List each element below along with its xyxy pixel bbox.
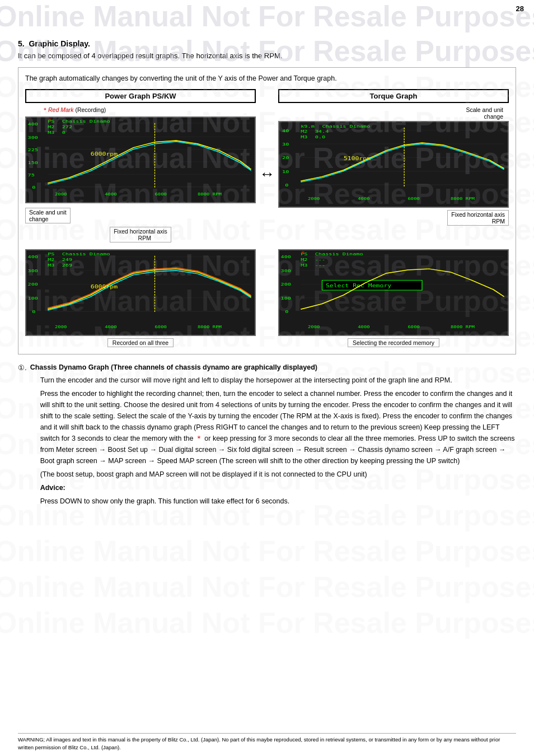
main-content: 5. Graphic Display. It can be composed o… — [0, 0, 534, 526]
bottom-left-svg: 400 300 200 100 0 PS Chassis Dinamo M2 2… — [26, 250, 255, 335]
para-advice: Press DOWN to show only the graph. This … — [40, 496, 516, 507]
svg-text:8000 RPM: 8000 RPM — [198, 193, 222, 197]
svg-text:Select Rec Memory: Select Rec Memory — [326, 283, 391, 288]
svg-text:6000rpm: 6000rpm — [91, 152, 118, 157]
svg-text:M2: M2 — [301, 129, 307, 134]
fixed-axis-label-right: Fixed horizontal axisRPM — [447, 210, 509, 226]
svg-text:269: 269 — [62, 263, 72, 268]
svg-text:30: 30 — [282, 142, 289, 147]
fixed-axis-label-left: Fixed horizontal axis RPM — [110, 227, 171, 242]
svg-text:225: 225 — [28, 148, 38, 153]
svg-text:4000: 4000 — [105, 325, 117, 330]
scale-unit-change-label-left: Scale and unitchange — [25, 208, 71, 223]
svg-text:2000: 2000 — [308, 325, 320, 330]
svg-text:M2: M2 — [48, 258, 54, 263]
para-2: Press the encoder to highlight the recor… — [40, 388, 516, 466]
bottom-right-screen: 400 300 200 100 0 PS Chassis Dinamo * M2… — [278, 249, 509, 336]
footer-text: WARNING; All images and text in this man… — [18, 733, 516, 752]
scale-unit-annotation-right: Scale and unitchange — [466, 106, 503, 120]
bottom-graph-arrow — [256, 249, 278, 347]
svg-text:---: --- — [315, 263, 325, 268]
section-title: Graphic Display. — [29, 39, 90, 48]
torque-graph-title: Torque Graph — [278, 89, 509, 103]
svg-text:300: 300 — [281, 268, 291, 273]
svg-text:M3: M3 — [48, 130, 54, 136]
svg-text:4000: 4000 — [105, 193, 117, 197]
recorded-all-three-label: Recorded on all three — [107, 338, 174, 347]
svg-text:Chassis Dinamo: Chassis Dinamo — [322, 124, 371, 129]
svg-rect-49 — [26, 250, 255, 335]
svg-text:M3: M3 — [301, 135, 307, 140]
svg-text:150: 150 — [28, 160, 38, 165]
red-star-icon: ＊ — [42, 106, 48, 113]
svg-rect-26 — [279, 122, 508, 207]
svg-text:2000: 2000 — [55, 325, 67, 330]
bottom-left-screen: 400 300 200 100 0 PS Chassis Dinamo M2 2… — [25, 249, 256, 336]
svg-text:M3: M3 — [48, 263, 54, 268]
svg-rect-72 — [279, 250, 508, 335]
list-item-1-title: Chassis Dynamo Graph (Three channels of … — [30, 363, 317, 371]
svg-text:2000: 2000 — [308, 197, 320, 202]
list-num-1: ①. — [18, 362, 27, 374]
svg-text:34.4: 34.4 — [315, 129, 329, 134]
svg-text:M3: M3 — [301, 263, 307, 268]
svg-text:400: 400 — [28, 122, 38, 127]
svg-text:Chassis Dinamo: Chassis Dinamo — [315, 251, 363, 256]
power-graph-col: Power Graph PS/KW ＊Red Mark (Recording) — [25, 89, 256, 226]
svg-text:M2: M2 — [301, 258, 307, 263]
svg-text:0: 0 — [285, 309, 288, 314]
svg-text:100: 100 — [281, 296, 291, 301]
bottom-right-svg: 400 300 200 100 0 PS Chassis Dinamo * M2… — [279, 250, 508, 335]
body-section: ①. Chassis Dynamo Graph (Three channels … — [18, 362, 516, 508]
power-graph-svg: 400 300 225 150 75 0 PS Chassis Dinamo M… — [26, 118, 255, 202]
list-item-1: ①. Chassis Dynamo Graph (Three channels … — [18, 362, 516, 508]
svg-text:75: 75 — [28, 173, 35, 178]
svg-text:PS: PS — [48, 251, 54, 256]
top-graphs-row: Power Graph PS/KW ＊Red Mark (Recording) — [25, 89, 509, 226]
graph-box-intro: The graph automatically changes by conve… — [25, 73, 509, 84]
svg-text:10: 10 — [282, 169, 289, 174]
svg-text:M2: M2 — [48, 125, 54, 130]
svg-rect-0 — [26, 118, 255, 202]
section-header: 5. Graphic Display. — [18, 39, 516, 48]
svg-text:0: 0 — [285, 183, 288, 188]
svg-text:6000: 6000 — [408, 197, 420, 202]
graph-box: The graph automatically changes by conve… — [18, 67, 516, 355]
svg-text:*: * — [48, 118, 52, 124]
svg-text:300: 300 — [28, 268, 38, 273]
svg-text:100: 100 — [28, 296, 38, 301]
svg-text:6000: 6000 — [155, 193, 167, 197]
svg-text:Chassis Dinamo: Chassis Dinamo — [62, 119, 110, 124]
recording-label: (Recording) — [75, 106, 106, 113]
section-intro: It can be composed of 4 overlapped resul… — [18, 50, 516, 62]
svg-text:4000: 4000 — [358, 325, 370, 330]
svg-text:300: 300 — [28, 135, 38, 140]
torque-graph-col: Torque Graph Scale and unitchange — [278, 89, 509, 226]
svg-text:0: 0 — [32, 185, 35, 190]
svg-text:---: --- — [315, 258, 325, 263]
svg-text:8000 RPM: 8000 RPM — [451, 325, 475, 330]
svg-text:40: 40 — [282, 128, 289, 133]
svg-text:0: 0 — [32, 309, 35, 314]
svg-text:8000 RPM: 8000 RPM — [451, 197, 475, 202]
svg-text:2000: 2000 — [55, 193, 67, 197]
selecting-recorded-memory-label: Selecting the recorded memory — [348, 338, 439, 347]
svg-text:0: 0 — [62, 130, 65, 136]
svg-text:k9.m: k9.m — [301, 124, 315, 129]
advice-label: Advice: — [40, 482, 516, 493]
svg-text:Chassis Dinamo: Chassis Dinamo — [62, 251, 110, 256]
bottom-graphs-row: 400 300 200 100 0 PS Chassis Dinamo M2 2… — [25, 249, 509, 347]
svg-text:272: 272 — [62, 125, 72, 130]
svg-text:200: 200 — [281, 282, 291, 287]
torque-graph-svg: 40 30 20 10 0 k9.m Chassis Dinamo M2 34.… — [279, 122, 508, 207]
para-3: (The boost setup, boost graph and MAP sc… — [40, 469, 516, 480]
bottom-right-graph-col: 400 300 200 100 0 PS Chassis Dinamo * M2… — [278, 249, 509, 347]
footer: WARNING; All images and text in this man… — [18, 724, 516, 752]
list-item-1-body: Turn the encoder and the cursor will mov… — [40, 375, 516, 507]
para-1: Turn the encoder and the cursor will mov… — [40, 375, 516, 386]
svg-text:249: 249 — [62, 258, 72, 263]
star-icon-inline: ＊ — [195, 435, 203, 442]
svg-text:400: 400 — [281, 254, 291, 259]
svg-text:*: * — [301, 250, 305, 256]
svg-text:6000: 6000 — [408, 325, 420, 330]
